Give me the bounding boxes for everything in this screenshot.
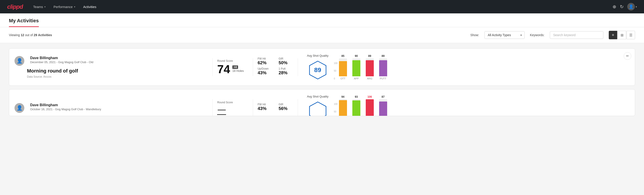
bar-inner-putt [379,60,387,76]
hexagon-widget: 89 [308,60,328,80]
show-label: Show: [470,33,479,37]
bar-chart: 94 OTT 93 APP [339,95,387,116]
bar-inner-app [352,100,360,116]
bar-value-arg: 89 [368,54,371,58]
activity-type-dropdown[interactable]: All Activity Types [484,31,524,39]
bar-label-arg: ARG [367,77,372,80]
nav-performance[interactable]: Performance ▾ [50,3,78,10]
fw-hit-label: FW Hit [258,103,272,106]
list-compact-view-button[interactable]: ≡ [609,31,617,39]
avg-shot-quality-label: Avg Shot Quality [307,95,328,98]
keywords-label: Keywords: [530,33,544,37]
logo[interactable]: clippd [7,3,23,10]
bar-inner-arg [366,99,374,116]
bar-outer-app [352,99,360,116]
bar-inner-arg [366,60,374,76]
round-score-group: Round Score 74 +4 18 Holes [217,59,248,75]
user-avatar-button[interactable]: 👤 ▾ [627,3,637,10]
card-user-info: Dave Billingham October 16, 2021 - Gog M… [30,103,208,113]
bar-value-app: 93 [355,95,358,98]
bar-outer-ott [339,58,347,76]
bar-col-arg: 89 ARG [366,54,374,80]
bar-value-putt: 89 [382,54,384,58]
round-score-group: Round Score — [217,101,248,115]
bar-outer-putt [379,99,387,116]
page-title: My Activities [9,14,39,27]
gir-value: 56% [278,106,293,111]
viewing-count-text: Viewing 12 out of 29 Activities [9,33,465,37]
score-badge: +4 [232,65,238,69]
gir-stat: GIR 56% [278,103,293,111]
fw-hit-stat: FW Hit 62% [258,57,272,65]
shot-quality-section: Avg Shot Quality 89 100 50 [307,54,630,80]
updown-label: Up/Down [258,67,272,70]
date-venue: December 05, 2021 - Gog Magog Golf Club … [30,60,208,64]
gir-value: 50% [278,60,293,65]
edit-button[interactable]: ✏ [624,52,631,60]
bar-chart-area: 100 50 0 94 OTT [334,95,387,116]
user-name: Dave Billingham [30,103,208,107]
round-score-dash: — [217,105,226,115]
activity-title: Morning round of golf [27,68,208,74]
fw-hit-label: FW Hit [258,57,272,60]
nav-activities[interactable]: Activities [80,3,100,10]
chevron-down-icon: ▾ [74,6,75,8]
bar-col-arg: 106 ARG [366,95,374,116]
hexagon-icon [308,101,328,116]
date-venue: October 16, 2021 - Gog Magog Golf Club -… [30,108,208,111]
filter-bar: Viewing 12 out of 29 Activities Show: Al… [0,27,644,43]
card-content-row: 👤 Dave Billingham October 16, 2021 - Gog… [14,95,630,116]
chevron-down-icon: ▾ [44,6,46,8]
divider [298,58,298,76]
nav-right: ⊕ ↻ 👤 ▾ [612,3,637,10]
add-circle-icon[interactable]: ⊕ [612,4,616,9]
nav-teams[interactable]: Teams ▾ [30,3,49,10]
updown-value: 43% [258,70,272,76]
one-putt-stat: 1 Putt 28% [278,67,293,76]
view-toggle-group: ≡ ⊞ ☰ [609,31,635,39]
bar-col-app: 93 APP [352,95,360,116]
gir-label: GIR [278,103,293,106]
round-score-label: Round Score [217,59,248,62]
bar-value-ott: 85 [342,54,344,58]
divider [253,58,253,76]
bar-outer-ott [339,99,347,116]
bar-label-putt: PUTT [380,77,386,80]
stat-pairs: FW Hit 43% GIR 56% [258,103,293,113]
fw-hit-stat: FW Hit 43% [258,103,272,111]
bar-outer-putt [379,58,387,76]
activity-type-dropdown-wrap: All Activity Types [484,31,524,39]
main-content: ✏ 👤 Dave Billingham December 05, 2021 - … [0,43,644,125]
stat-pairs: FW Hit 62% GIR 50% Up/Down 43% 1 Putt 28… [258,57,293,77]
bar-value-arg: 106 [368,95,372,98]
divider [298,99,298,116]
user-name: Dave Billingham [30,56,208,60]
list-detail-view-button[interactable]: ☰ [626,31,635,39]
grid-view-button[interactable]: ⊞ [618,31,626,39]
navbar: clippd Teams ▾ Performance ▾ Activities … [0,0,644,14]
bar-inner-ott [339,100,347,116]
card-user-info: Dave Billingham December 05, 2021 - Gog … [30,56,208,66]
search-input[interactable] [550,31,604,39]
refresh-icon[interactable]: ↻ [620,4,624,9]
page-header: My Activities [0,14,644,27]
chart-y-labels: 100 50 0 [334,62,338,80]
bar-label-app: APP [354,77,359,80]
avatar: 👤 [14,56,24,66]
avg-shot-quality-label: Avg Shot Quality [307,54,328,57]
round-score-value: 74 +4 18 Holes [217,63,248,75]
bar-value-app: 90 [355,54,358,58]
fw-hit-value: 62% [258,60,272,65]
holes-label: 18 Holes [232,70,244,72]
bar-col-app: 90 APP [352,54,360,80]
activity-card: 👤 Dave Billingham October 16, 2021 - Gog… [9,89,635,116]
one-putt-value: 28% [278,70,293,76]
bar-outer-arg [366,58,374,76]
bar-chart-area: 100 50 0 85 OTT [334,54,387,80]
bar-col-putt: 89 PUTT [379,54,387,80]
bar-label-ott: OTT [340,77,346,80]
activity-card: ✏ 👤 Dave Billingham December 05, 2021 - … [9,48,635,86]
nav-links: Teams ▾ Performance ▾ Activities [30,3,606,10]
svg-marker-1 [310,102,326,116]
avatar: 👤 [14,103,24,113]
